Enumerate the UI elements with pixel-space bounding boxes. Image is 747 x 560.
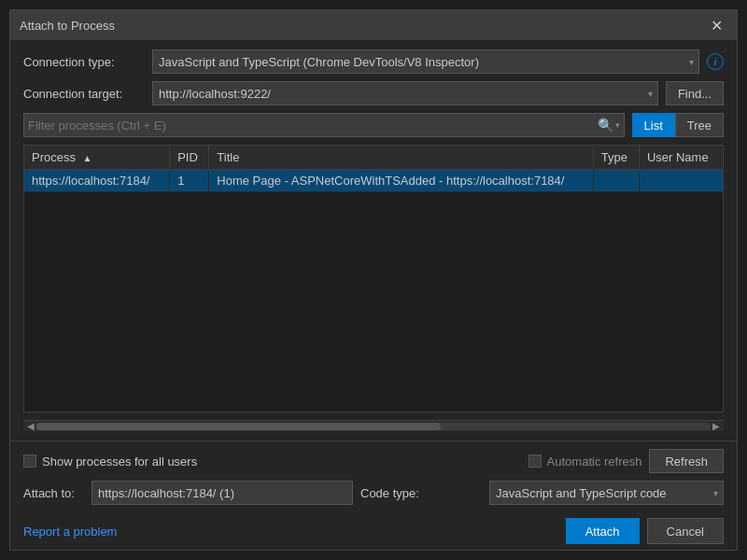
col-type[interactable]: Type (593, 146, 639, 170)
close-icon: ✕ (711, 17, 723, 35)
attach-to-process-dialog: Attach to Process ✕ Connection type: Jav… (9, 9, 738, 551)
cell-username (639, 170, 723, 192)
table-body: https://localhost:7184/ 1 Home Page - AS… (24, 170, 723, 192)
connection-type-select[interactable]: JavaScript and TypeScript (Chrome DevToo… (152, 49, 699, 74)
connection-type-label: Connection type: (23, 55, 145, 69)
search-icon-wrap: 🔍 ▾ (598, 118, 620, 133)
h-scrollbar-track[interactable] (36, 423, 711, 430)
code-type-select-wrapper: JavaScript and TypeScript code ▾ (489, 481, 724, 505)
connection-target-label: Connection target: (23, 87, 145, 101)
code-type-label: Code type: (360, 486, 482, 500)
cell-title: Home Page - ASPNetCoreWithTSAdded - http… (209, 170, 593, 192)
filter-dropdown-arrow[interactable]: ▾ (615, 120, 620, 130)
col-process-label: Process (32, 150, 76, 164)
auto-refresh-label[interactable]: Automatic refresh (529, 455, 642, 469)
connection-target-select-wrapper: http://localhost:9222/ ▾ (152, 81, 658, 105)
dialog-content: Connection type: JavaScript and TypeScri… (10, 40, 737, 441)
scroll-right-arrow[interactable]: ▶ (711, 421, 722, 431)
col-username-label: User Name (647, 150, 709, 164)
tree-view-button[interactable]: Tree (675, 113, 724, 137)
info-icon[interactable]: i (707, 53, 724, 70)
filter-row: 🔍 ▾ List Tree (23, 113, 724, 137)
filter-input-wrapper: 🔍 ▾ (23, 113, 625, 137)
sort-icon: ▲ (83, 153, 92, 163)
title-bar: Attach to Process ✕ (10, 10, 737, 40)
cell-process: https://localhost:7184/ (24, 170, 170, 192)
filter-input[interactable] (28, 119, 598, 133)
show-processes-row: Show processes for all users Automatic r… (23, 449, 724, 473)
code-type-select[interactable]: JavaScript and TypeScript code (489, 481, 724, 505)
auto-refresh-checkbox[interactable] (529, 455, 542, 468)
connection-type-row: Connection type: JavaScript and TypeScri… (23, 49, 724, 74)
table-row[interactable]: https://localhost:7184/ 1 Home Page - AS… (24, 170, 723, 192)
attach-to-label: Attach to: (23, 486, 84, 500)
col-title[interactable]: Title (209, 146, 593, 170)
list-view-button[interactable]: List (632, 113, 675, 137)
table-header-row: Process ▲ PID Title Type U (24, 146, 723, 170)
bottom-bar: Show processes for all users Automatic r… (10, 441, 737, 512)
scroll-left-arrow[interactable]: ◀ (25, 421, 36, 431)
process-table-container: Process ▲ PID Title Type U (23, 145, 724, 413)
connection-target-select[interactable]: http://localhost:9222/ (152, 81, 658, 105)
process-table: Process ▲ PID Title Type U (24, 146, 723, 192)
connection-type-select-wrapper: JavaScript and TypeScript (Chrome DevToo… (152, 49, 699, 74)
attach-button[interactable]: Attach (566, 518, 640, 544)
horizontal-scrollbar: ◀ ▶ (23, 420, 724, 431)
find-button[interactable]: Find... (666, 81, 724, 105)
auto-refresh-text: Automatic refresh (547, 455, 642, 469)
close-button[interactable]: ✕ (705, 14, 727, 36)
table-header: Process ▲ PID Title Type U (24, 146, 723, 170)
show-all-users-checkbox[interactable] (23, 455, 36, 468)
h-scrollbar-thumb[interactable] (36, 423, 441, 430)
attach-to-row: Attach to: Code type: JavaScript and Typ… (23, 481, 724, 505)
col-pid[interactable]: PID (170, 146, 209, 170)
col-title-label: Title (217, 150, 239, 164)
view-buttons: List Tree (632, 113, 724, 137)
action-buttons: Attach Cancel (566, 518, 724, 544)
col-type-label: Type (601, 150, 627, 164)
col-pid-label: PID (177, 150, 198, 164)
cell-pid: 1 (170, 170, 209, 192)
attach-to-input[interactable] (92, 481, 353, 505)
report-problem-link[interactable]: Report a problem (23, 525, 117, 539)
show-all-users-label[interactable]: Show processes for all users (23, 455, 197, 469)
search-icon: 🔍 (598, 118, 613, 133)
cell-type (593, 170, 639, 192)
cancel-button[interactable]: Cancel (647, 518, 724, 544)
col-username[interactable]: User Name (639, 146, 723, 170)
link-bar: Report a problem Attach Cancel (10, 512, 737, 550)
connection-target-row: Connection target: http://localhost:9222… (23, 81, 724, 105)
col-process[interactable]: Process ▲ (24, 146, 170, 170)
refresh-button[interactable]: Refresh (649, 449, 724, 473)
dialog-title: Attach to Process (20, 19, 115, 33)
show-all-users-text: Show processes for all users (42, 455, 197, 469)
